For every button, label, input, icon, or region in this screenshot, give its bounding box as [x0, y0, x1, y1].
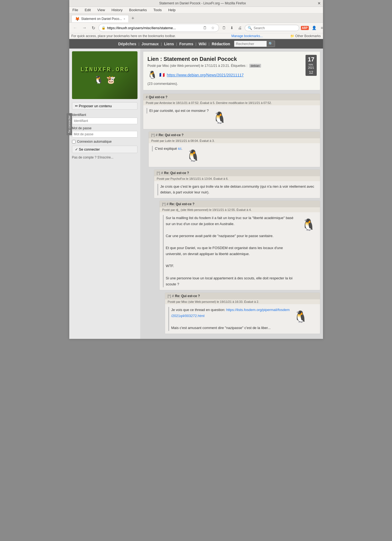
comment-header: # Qui est-ce ?	[143, 94, 320, 100]
comment-link[interactable]: ici	[178, 147, 181, 151]
login-button[interactable]: ✓ Se connecter	[72, 146, 137, 153]
nav-journaux[interactable]: Journaux	[140, 41, 160, 47]
article-link-row: 🐧 🇫🇷 https://www.debian.org/News/2021/20…	[148, 70, 316, 79]
date-day: 17	[308, 56, 314, 63]
pocket-icon[interactable]: 🗒	[202, 25, 208, 31]
comment-text-5: Si une personne loue un local appartemen…	[166, 275, 298, 287]
article-card: Lien : Statement on Daniel Pocock Posté …	[143, 51, 320, 90]
se-connecter-section: Se connecter ✏ Proposer un contenu Ident…	[72, 102, 137, 159]
forward-button[interactable]: →	[81, 25, 88, 31]
site-search[interactable]: 🔍	[234, 41, 275, 47]
adblock-badge[interactable]: ABP	[301, 26, 309, 30]
comment-header: [^] # Re: Qui est-ce ?	[165, 293, 320, 299]
nav-wiki[interactable]: Wiki	[198, 41, 208, 47]
menu-bookmarks[interactable]: Bookmarks	[128, 7, 148, 13]
comment-meta: Posté par dj_ (site Web personnel) le 19…	[160, 207, 320, 212]
comment-meta: Posté par PsychoFox le 18/11/21 à 13:04.…	[154, 176, 320, 181]
menu-help[interactable]: Help	[167, 7, 177, 13]
tux-icon: 🐧	[300, 215, 317, 233]
page-title: Statement on Daniel Pocock - LinuxFr.org…	[88, 1, 318, 5]
comment-title: Qui est-ce ?	[149, 95, 167, 99]
site-search-button[interactable]: 🔍	[267, 41, 275, 47]
register-link[interactable]: Pas de compte ? S'inscrire...	[72, 156, 113, 159]
password-label: Mot de passe	[72, 126, 137, 130]
address-bar[interactable]: 🔒 🗒 ☆	[98, 24, 219, 32]
star-icon[interactable]: ☆	[210, 25, 216, 31]
search-icon: 🔍	[248, 26, 252, 30]
nav-depeches[interactable]: Dépêches	[117, 41, 137, 47]
new-tab-button[interactable]: +	[129, 14, 137, 22]
comments-section: # Qui est-ce ? Posté par Ambroise le 18/…	[143, 94, 320, 334]
comment-block-nested-2: [^] # Re: Qui est-ce ? Posté par PsychoF…	[154, 169, 320, 198]
print-icon[interactable]: 🖨	[237, 25, 243, 31]
back-button[interactable]: ←	[71, 25, 79, 31]
browser-toolbar: ← → ↻ 🔒 🗒 ☆ 🗒 ⬇ 🖨 🔍 ABP 👤 ≡	[69, 23, 323, 33]
comment-block: # Qui est-ce ? Posté par Ambroise le 18/…	[143, 94, 320, 129]
identifiant-section: Identifiant	[72, 113, 137, 126]
reload-button[interactable]: ↻	[90, 25, 97, 31]
menu-edit[interactable]: Edit	[83, 7, 92, 13]
nav-redaction[interactable]: Rédaction	[211, 41, 231, 47]
search-input[interactable]	[254, 26, 292, 30]
comment-text: Sur la mailling list du fosdem il a fait…	[166, 215, 298, 227]
comment-title: Re: Qui est-ce ?	[164, 171, 189, 175]
manage-bookmarks-link[interactable]: Manage bookmarks...	[231, 34, 263, 38]
comment-fosdem-link[interactable]: https://lists.fosdem.org/pipermail/fosde…	[171, 308, 290, 318]
password-input[interactable]	[72, 131, 137, 138]
pocket-save-icon[interactable]: 🗒	[221, 25, 227, 31]
comment-text: C'est expliqué ici.	[155, 147, 182, 151]
tab-close-icon[interactable]: ×	[124, 17, 125, 20]
site-navigation: Dépêches | Journaux | Liens | Forums | W…	[69, 39, 323, 49]
date-score: 12	[308, 70, 314, 75]
comment-text-3: Et que pour Daniel, vu que le FOSDEM est…	[166, 245, 298, 257]
penguin-icon: 🐧	[148, 70, 157, 79]
tab-favicon: 🦊	[75, 17, 80, 21]
browser-tabbar: 🦊 Statement on Daniel Poco... × +	[69, 13, 323, 23]
identifiant-input[interactable]	[72, 118, 137, 124]
comment-body: Je vois que ce thread en question: https…	[165, 304, 320, 334]
comment-body: Je crois que c'est le gars qui trolle vi…	[154, 181, 320, 198]
identifiant-label: Identifiant	[72, 113, 137, 117]
menu-tools[interactable]: Tools	[152, 7, 163, 13]
website-content: Dépêches | Journaux | Liens | Forums | W…	[69, 39, 323, 339]
comment-header: [^] # Re: Qui est-ce ?	[149, 132, 320, 138]
date-badge: 17 nov.2021 12	[306, 55, 316, 76]
se-connecter-tab[interactable]: Se connecter	[67, 113, 72, 135]
nav-liens[interactable]: Liens	[163, 41, 175, 47]
menu-view[interactable]: View	[96, 7, 106, 13]
site-search-input[interactable]	[234, 41, 267, 47]
tux-icon: 🐧	[292, 307, 309, 325]
tab-label: Statement on Daniel Poco...	[81, 17, 122, 21]
tux-icon: 🐧	[185, 146, 201, 164]
comment-body: Sur la mailling list du fosdem il a fait…	[160, 212, 320, 290]
article-title: Lien : Statement on Daniel Pocock	[148, 56, 316, 62]
comment-title: Re: Qui est-ce ?	[159, 133, 184, 137]
site-main: Lien : Statement on Daniel Pocock Posté …	[140, 49, 323, 339]
browser-tab-active[interactable]: 🦊 Statement on Daniel Poco... ×	[71, 15, 129, 22]
address-input[interactable]	[107, 26, 200, 30]
browser-menubar: File Edit View History Bookmarks Tools H…	[69, 7, 323, 13]
comment-text-extra: Mais c'est amusant comment dire "nazipas…	[171, 325, 290, 331]
search-bar[interactable]: 🔍	[245, 25, 299, 31]
comment-meta: Posté par Ambroise le 18/11/21 à 07:52. …	[143, 100, 320, 105]
profile-icon[interactable]: 👤	[310, 25, 318, 31]
comment-block-nested: [^] # Re: Qui est-ce ? Posté par Lutin l…	[148, 131, 320, 167]
download-icon[interactable]: ⬇	[229, 25, 235, 31]
menu-history[interactable]: History	[110, 7, 124, 13]
article-external-link[interactable]: https://www.debian.org/News/2021/2021111…	[167, 73, 244, 77]
flag-icon: 🇫🇷	[159, 72, 165, 77]
nav-forums[interactable]: Forums	[178, 41, 194, 47]
site-logo: LINUXFR.ORG 🐧🐮	[72, 51, 137, 99]
comment-text: Et par curiosité, qui est ce monsieur ?	[149, 109, 209, 113]
propose-content-button[interactable]: ✏ Proposer un contenu	[72, 102, 137, 110]
site-sidebar: LINUXFR.ORG 🐧🐮 Se connecter ✏ Proposer u…	[69, 49, 140, 339]
auto-connect-checkbox[interactable]	[72, 140, 76, 144]
tux-icon: 🐧	[211, 108, 228, 126]
comment-title: Re: Qui est-ce ?	[175, 294, 200, 298]
close-icon[interactable]: ✕	[318, 1, 321, 5]
logo-text: LINUXFR.ORG	[80, 66, 129, 73]
menu-file[interactable]: File	[71, 7, 79, 13]
menu-icon[interactable]: ≡	[319, 25, 324, 31]
other-bookmarks[interactable]: 📁 Other Bookmarks	[290, 34, 321, 38]
logo-mascots: 🐧🐮	[94, 75, 116, 84]
